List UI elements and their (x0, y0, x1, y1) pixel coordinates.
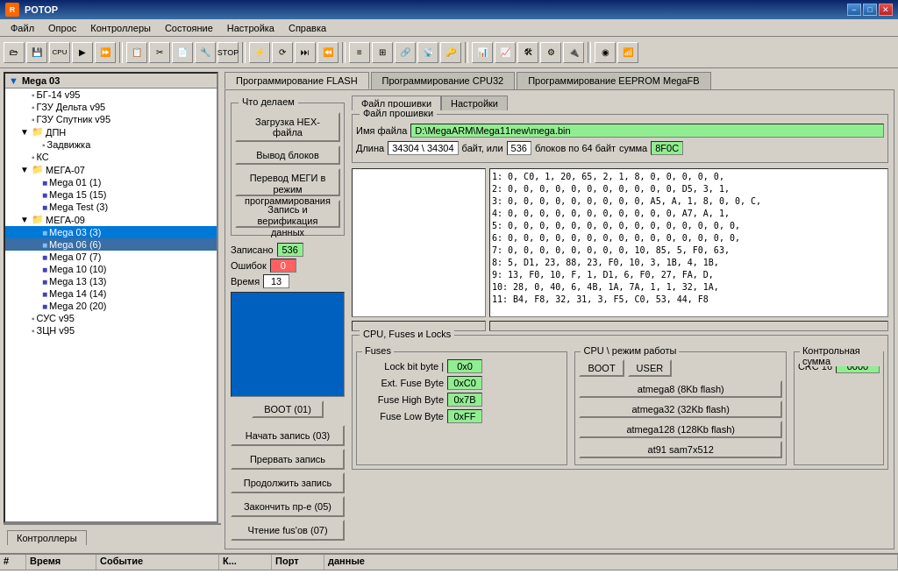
tree-item-mega13[interactable]: ■ Mega 13 (13) (5, 275, 217, 287)
chip-atmega32-button[interactable]: atmega32 (32Kb flash) (579, 400, 781, 418)
toolbar-btn-11[interactable]: ⚡ (249, 42, 270, 63)
menu-settings[interactable]: Настройка (220, 21, 282, 35)
tree-item-mega14[interactable]: ■ Mega 14 (14) (5, 287, 217, 300)
chip-at91-button[interactable]: at91 sam7x512 (579, 441, 781, 458)
toolbar-btn-10[interactable]: STOP (217, 42, 239, 63)
toolbar-btn-26[interactable]: 📶 (617, 42, 638, 63)
expand-mega09-icon: ▼ (19, 215, 30, 224)
tree-label: Задвижка (47, 139, 91, 150)
toolbar-btn-6[interactable]: 📋 (126, 42, 147, 63)
toolbar-btn-19[interactable]: 🔑 (440, 42, 461, 63)
toolbar-btn-5[interactable]: ⏩ (95, 42, 116, 63)
tab-cpu32[interactable]: Программирование CPU32 (371, 72, 516, 89)
tree-item-mega10[interactable]: ■ Mega 10 (10) (5, 263, 217, 275)
chip-icon-5: ▪ (32, 152, 35, 162)
toolbar-btn-2[interactable]: 💾 (26, 42, 47, 63)
tree-item-mega01[interactable]: ■ Mega 01 (1) (5, 176, 217, 188)
toolbar-btn-21[interactable]: 📈 (495, 42, 516, 63)
hex-viewer-main[interactable]: 1: 0, C0, 1, 20, 65, 2, 1, 8, 0, 0, 0, 0… (490, 169, 887, 316)
boot-button[interactable]: BOOT (01) (252, 400, 324, 418)
log-header-row: # Время Событие К... Порт данные (0, 555, 898, 570)
filename-input[interactable] (410, 124, 884, 138)
write-verify-button[interactable]: Запись и верификация данных (235, 200, 340, 228)
toolbar-btn-15[interactable]: ≡ (349, 42, 370, 63)
tree-item-megatest[interactable]: ■ Mega Test (3) (5, 201, 217, 213)
tree-item-zadv[interactable]: ▪ Задвижка (5, 138, 217, 151)
tree-item-ks[interactable]: ▪ КС (5, 151, 217, 163)
toolbar-btn-1[interactable]: 🗁 (4, 42, 25, 63)
tree-item-mega15[interactable]: ■ Mega 15 (15) (5, 188, 217, 201)
boot-mode-button[interactable]: BOOT (579, 359, 624, 377)
tree-label: МЕГА-07 (46, 165, 85, 175)
toolbar-btn-9[interactable]: 🔧 (195, 42, 216, 63)
tree-item-sputnik[interactable]: ▪ ГЗУ Спутник v95 (5, 113, 217, 125)
expand-mega07-icon: ▼ (19, 165, 30, 174)
toolbar-btn-23[interactable]: ⚙ (540, 42, 561, 63)
tree-item-mega06[interactable]: ■ Mega 06 (6) (5, 238, 217, 251)
stats-area: Записано 536 Ошибок 0 Время 13 (231, 241, 345, 292)
folder-icon-1: 📁 (32, 126, 44, 138)
close-button[interactable]: ✕ (879, 4, 893, 16)
scrollbar-right[interactable] (489, 321, 888, 331)
fuse-high-value: 0x7B (447, 393, 482, 407)
toolbar-btn-3[interactable]: CPU (49, 42, 70, 63)
menu-controllers[interactable]: Контроллеры (83, 21, 158, 35)
toolbar-btn-16[interactable]: ⊞ (372, 42, 393, 63)
toolbar-btn-24[interactable]: 🔌 (563, 42, 584, 63)
menu-state[interactable]: Состояние (158, 21, 220, 35)
blocks-count: 536 (507, 141, 531, 155)
toolbar-btn-18[interactable]: 📡 (417, 42, 438, 63)
load-hex-button[interactable]: Загрузка НЕХ-файла (235, 112, 340, 142)
controllers-tab[interactable]: Контроллеры (7, 530, 87, 545)
chip-atmega8-button[interactable]: atmega8 (8Kb flash) (579, 380, 781, 398)
hex-viewer-left[interactable] (353, 169, 485, 316)
tree-item-mega03[interactable]: ■ Mega 03 (3) (5, 226, 217, 238)
maximize-button[interactable]: □ (863, 4, 877, 16)
tree-item-delta[interactable]: ▪ ГЗУ Дельта v95 (5, 101, 217, 113)
tree-label: Mega 03 (3) (49, 227, 101, 237)
continue-write-button[interactable]: Продолжить запись (231, 472, 345, 493)
toolbar-btn-12[interactable]: ⟳ (272, 42, 293, 63)
tree-item-zcn[interactable]: ▪ ЗЦН v95 (5, 324, 217, 337)
start-write-button[interactable]: Начать запись (03) (231, 425, 345, 446)
toolbar-btn-13[interactable]: ⏭ (295, 42, 316, 63)
tree-item-mega07[interactable]: ▼ 📁 МЕГА-07 (5, 163, 217, 176)
output-blocks-button[interactable]: Вывод блоков (235, 145, 340, 165)
toolbar-btn-17[interactable]: 🔗 (395, 42, 416, 63)
written-value: 536 (277, 243, 303, 257)
tree-label: Mega 06 (6) (49, 239, 101, 250)
chip-atmega128-button[interactable]: atmega128 (128Kb flash) (579, 421, 781, 438)
chip-icon-17: ▪ (32, 326, 35, 336)
toolbar-btn-7[interactable]: ✂ (149, 42, 170, 63)
menu-help[interactable]: Справка (282, 21, 333, 35)
chip-icon-7: ■ (42, 190, 47, 200)
tab-eeprom[interactable]: Программирование EEPROM MegaFB (517, 72, 710, 89)
chip-icon-9: ■ (42, 228, 47, 237)
transfer-mega-button[interactable]: Перевод МЕГИ в режим программирования (235, 168, 340, 196)
tree-item-mega07b[interactable]: ■ Mega 07 (7) (5, 251, 217, 263)
read-fuses-button[interactable]: Чтение fus'ов (07) (231, 520, 345, 541)
finish-button[interactable]: Закончить пр-е (05) (231, 496, 345, 517)
tree-item-mega09[interactable]: ▼ 📁 МЕГА-09 (5, 213, 217, 226)
inner-tab-settings[interactable]: Настройки (441, 96, 508, 110)
user-mode-button[interactable]: USER (628, 359, 673, 377)
toolbar-btn-14[interactable]: ⏪ (317, 42, 339, 63)
tree-label: СУС v95 (37, 313, 75, 323)
tree-item-mega20[interactable]: ■ Mega 20 (20) (5, 300, 217, 312)
toolbar-btn-22[interactable]: 🛠 (517, 42, 538, 63)
main-tab-bar: Программирование FLASH Программирование … (224, 72, 894, 89)
toolbar-btn-8[interactable]: 📄 (172, 42, 193, 63)
tree-item-dpn[interactable]: ▼ 📁 ДПН (5, 125, 217, 138)
tree-item-sus[interactable]: ▪ СУС v95 (5, 312, 217, 324)
stop-write-button[interactable]: Прервать запись (231, 449, 345, 470)
toolbar-btn-20[interactable]: 📊 (472, 42, 493, 63)
tree-item-bg14[interactable]: ▪ БГ-14 v95 (5, 89, 217, 101)
minimize-button[interactable]: − (847, 4, 861, 16)
toolbar-btn-4[interactable]: ▶ (72, 42, 93, 63)
tree-label: ГЗУ Спутник v95 (37, 114, 111, 124)
tab-flash[interactable]: Программирование FLASH (224, 72, 369, 89)
menu-file[interactable]: Файл (4, 21, 41, 35)
expand-dpn-icon: ▼ (19, 127, 30, 137)
toolbar-btn-25[interactable]: ◉ (595, 42, 616, 63)
menu-poll[interactable]: Опрос (41, 21, 83, 35)
